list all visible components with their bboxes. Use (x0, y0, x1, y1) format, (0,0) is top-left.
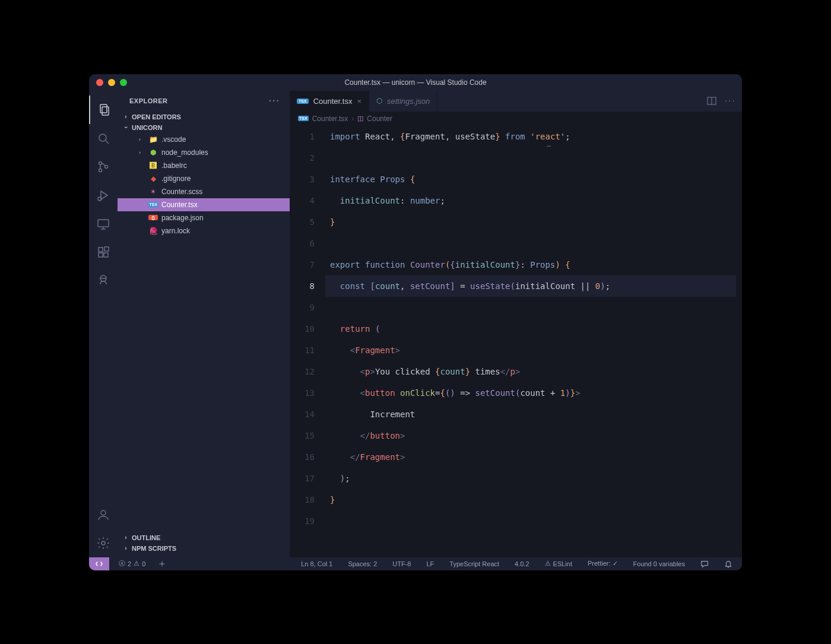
file-tree-label: yarn.lock (161, 227, 190, 235)
code-line[interactable] (325, 233, 736, 254)
prettier-status[interactable]: Prettier: ✓ (584, 560, 621, 567)
file-tree-item[interactable]: 🅱.babelrc (118, 159, 290, 172)
file-tree-item[interactable]: ›⬢node_modules (118, 146, 290, 159)
tsx-file-icon: TSX (298, 116, 309, 121)
code-line[interactable]: } (325, 211, 736, 233)
indentation[interactable]: Spaces: 2 (344, 560, 380, 567)
search-icon[interactable] (89, 124, 118, 153)
maximize-window-button[interactable] (120, 79, 127, 86)
code-editor[interactable]: 12345678910111213141516171819 … import R… (290, 126, 742, 557)
svg-point-17 (101, 510, 106, 515)
account-icon[interactable] (89, 500, 118, 529)
typescript-version[interactable]: 4.0.2 (511, 560, 532, 567)
eslint-status[interactable]: ⚠ ESLint (541, 560, 576, 567)
line-number: 7 (290, 254, 315, 275)
editor-tab[interactable]: ⬡settings.json (369, 91, 437, 112)
tab-label: settings.json (387, 97, 430, 106)
line-number: 11 (290, 340, 315, 361)
minimize-window-button[interactable] (108, 79, 115, 86)
svg-point-4 (99, 161, 102, 164)
files-icon[interactable] (89, 96, 118, 124)
scss-file-icon: ✶ (148, 188, 158, 196)
code-line[interactable]: ); (325, 468, 736, 489)
problems-indicator[interactable]: ⓧ2 ⚠0 (115, 559, 149, 568)
close-icon[interactable]: × (357, 97, 361, 106)
code-line[interactable]: </Fragment> (325, 446, 736, 468)
section-outline[interactable]: › OUTLINE (118, 532, 290, 543)
sidebar-title: EXPLORER (129, 97, 168, 104)
code-line[interactable]: interface Props { (325, 169, 736, 190)
error-icon: ⓧ (119, 559, 125, 568)
line-number: 15 (290, 425, 315, 446)
live-share-icon[interactable] (89, 267, 118, 295)
file-tree-item[interactable]: ◆.gitignore (118, 172, 290, 185)
more-actions-icon[interactable]: ··· (725, 96, 736, 106)
code-line[interactable]: } (325, 489, 736, 510)
svg-rect-12 (99, 248, 103, 252)
svg-rect-9 (98, 220, 109, 227)
close-window-button[interactable] (96, 79, 103, 86)
code-line[interactable] (325, 297, 736, 318)
file-tree-label: Counter.tsx (161, 201, 198, 209)
file-tree-label: package.json (161, 214, 204, 222)
breadcrumb-file: Counter.tsx (312, 115, 348, 123)
remote-indicator[interactable] (89, 557, 109, 570)
code-lines[interactable]: … import React, {Fragment, useState} fro… (325, 126, 742, 557)
language-mode[interactable]: TypeScript React (446, 560, 503, 567)
remote-explorer-icon[interactable] (89, 210, 118, 238)
traffic-lights (96, 79, 127, 86)
code-line[interactable]: <p>You clicked {count} times</p> (325, 361, 736, 382)
status-bar: ⓧ2 ⚠0 Ln 8, Col 1 Spaces: 2 UTF-8 LF Typ… (89, 557, 742, 570)
gear-icon[interactable] (89, 529, 118, 557)
line-number: 17 (290, 468, 315, 489)
file-tree-item[interactable]: 🧶yarn.lock (118, 224, 290, 237)
file-tree-label: .babelrc (161, 161, 187, 170)
line-number: 8 (290, 275, 315, 297)
editor-tab[interactable]: TSXCounter.tsx× (290, 91, 369, 112)
encoding[interactable]: UTF-8 (389, 560, 414, 567)
section-project[interactable]: › UNICORN (118, 122, 290, 133)
code-line[interactable]: <button onClick={() => setCount(count + … (325, 382, 736, 404)
bell-icon[interactable] (721, 560, 736, 568)
svg-line-3 (106, 141, 109, 144)
eol[interactable]: LF (423, 560, 437, 567)
babel-file-icon: 🅱 (148, 161, 158, 170)
code-line[interactable]: </button> (325, 425, 736, 446)
line-number: 4 (290, 190, 315, 211)
code-line[interactable]: export function Counter({initialCount}: … (325, 254, 736, 275)
code-line[interactable]: Increment (325, 404, 736, 425)
cursor-position[interactable]: Ln 8, Col 1 (297, 560, 336, 567)
code-line[interactable]: return ( (325, 318, 736, 340)
file-tree-item[interactable]: TSXCounter.tsx (118, 198, 290, 211)
file-tree-item[interactable]: ✶Counter.scss (118, 185, 290, 198)
source-control-icon[interactable] (89, 153, 118, 181)
svg-rect-1 (102, 107, 109, 115)
code-line[interactable]: import React, {Fragment, useState} from … (325, 126, 736, 147)
svg-point-6 (105, 165, 108, 168)
code-line[interactable]: <Fragment> (325, 340, 736, 361)
section-npm-scripts[interactable]: › NPM SCRIPTS (118, 543, 290, 554)
debug-icon[interactable] (89, 181, 118, 210)
extensions-icon[interactable] (89, 238, 118, 267)
json-file-icon: {} (148, 215, 158, 220)
file-tree-item[interactable]: {}package.json (118, 211, 290, 224)
feedback-icon[interactable] (697, 560, 712, 568)
split-editor-icon[interactable] (707, 96, 716, 106)
more-icon[interactable]: ··· (269, 96, 280, 106)
code-line[interactable] (325, 510, 736, 532)
code-line[interactable]: const [count, setCount] = useState(initi… (325, 275, 736, 297)
editor-area: TSXCounter.tsx×⬡settings.json ··· TSX Co… (290, 91, 742, 557)
line-number: 14 (290, 404, 315, 425)
breadcrumb[interactable]: TSX Counter.tsx › ◫ Counter (290, 112, 742, 126)
variables-status[interactable]: Found 0 variables (630, 560, 689, 567)
folder-file-icon: 📁 (148, 135, 158, 144)
section-open-editors[interactable]: › OPEN EDITORS (118, 112, 290, 122)
warning-icon: ⚠ (545, 560, 551, 567)
breadcrumb-symbol: Counter (367, 115, 392, 123)
file-tree-item[interactable]: ›📁.vscode (118, 133, 290, 146)
chevron-down-icon: › (123, 124, 129, 131)
explorer-sidebar: EXPLORER ··· › OPEN EDITORS › UNICORN ›📁… (118, 91, 290, 557)
ports-icon[interactable] (155, 560, 169, 567)
code-line[interactable]: initialCount: number; (325, 190, 736, 211)
code-line[interactable] (325, 147, 736, 169)
